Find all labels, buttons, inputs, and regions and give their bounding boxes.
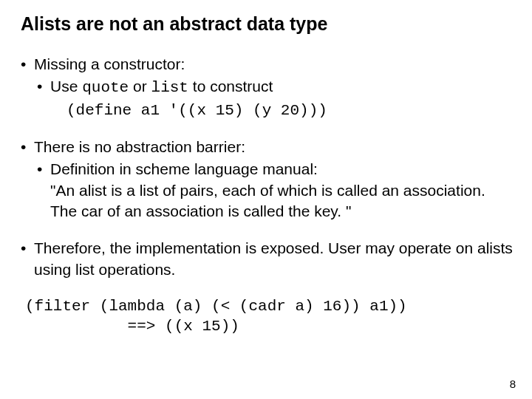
text-fragment: Use — [50, 78, 82, 95]
inline-code: list — [151, 79, 188, 96]
code-block: (filter (lambda (a) (< (cadr a) 16)) a1)… — [25, 296, 516, 337]
bullet-item: There is no abstraction barrier: Definit… — [21, 137, 516, 222]
bullet-text: Missing a constructor: — [34, 55, 185, 72]
slide-title: Alists are not an abstract data type — [21, 13, 516, 35]
inline-code: quote — [82, 79, 129, 96]
quote-text: "An alist is a list of pairs, each of wh… — [50, 180, 516, 222]
text-fragment: Definition in scheme language manual: — [50, 160, 318, 177]
sub-bullet-item: Use quote or list to construct — [34, 76, 516, 98]
bullet-list: Missing a constructor: Use quote or list… — [21, 54, 516, 280]
bullet-item: Missing a constructor: Use quote or list… — [21, 54, 516, 120]
text-fragment: or — [129, 78, 151, 95]
code-block: (define a1 '((x 15) (y 20))) — [66, 100, 516, 120]
bullet-text: Therefore, the implementation is exposed… — [34, 239, 513, 277]
sub-list: Definition in scheme language manual: "A… — [34, 159, 516, 222]
sub-list: Use quote or list to construct — [34, 76, 516, 98]
sub-bullet-item: Definition in scheme language manual: "A… — [34, 159, 516, 222]
bullet-text: There is no abstraction barrier: — [34, 138, 245, 155]
page-number: 8 — [510, 378, 516, 390]
text-fragment: to construct — [188, 78, 273, 95]
bullet-item: Therefore, the implementation is exposed… — [21, 238, 516, 280]
